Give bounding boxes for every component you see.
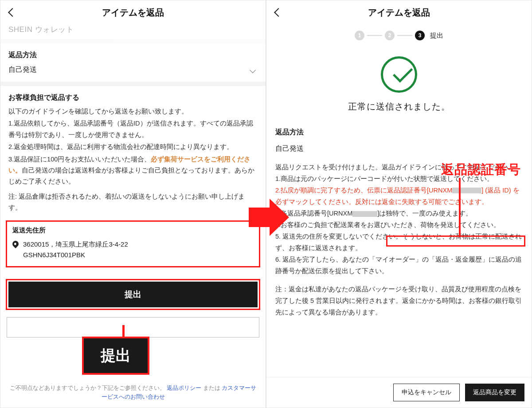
chevron-down-icon bbox=[250, 67, 256, 73]
conf-2a: 2.払戻が順調に完了するため、 bbox=[275, 187, 367, 194]
success-block: 正常に送信されました。 bbox=[266, 47, 532, 117]
guideline-note: 注: 返品倉庫は拒否されるため、着払いの返送をしないようにお願い申し上げます。 bbox=[8, 191, 258, 214]
step-2-dot: 2 bbox=[385, 31, 395, 40]
right-screen: アイテムを返品 1 2 3 提出 正常に送信されました。 返品方法 自己発送 返… bbox=[266, 0, 532, 408]
guideline-1: 1.返品依頼してから、返品承認番号（返品ID）が送信されます。すべての返品承認番… bbox=[8, 118, 258, 141]
annotation-pointer-line bbox=[459, 178, 461, 237]
return-method-label: 返品方法 bbox=[8, 51, 258, 60]
footer-text: ご不明点などありますでしょうか？下記をご参照ください。 bbox=[10, 385, 165, 391]
submit-zoom-callout: 提出 bbox=[82, 337, 149, 375]
masked-auth-number-2 bbox=[352, 211, 377, 217]
step-3-label: 提出 bbox=[430, 31, 443, 40]
conf-3: 3.各返品承認番号[URNXM]は独特で、一度のみ使えます。 bbox=[275, 208, 523, 219]
conf-6: 6. 返品を完了したら、あなたの「マイオーダー」の「返品・返金履歴」に返品の追跡… bbox=[275, 254, 523, 277]
page-title: アイテムを返品 bbox=[0, 7, 266, 19]
return-address-lines: 3620015，埼玉県上尾市緑丘3-4-22 GSHN6J34T001PBK bbox=[23, 239, 128, 260]
return-method-value: 自己発送 bbox=[8, 65, 37, 75]
footer-mid: または bbox=[201, 385, 222, 391]
return-address-heading: 返送先住所 bbox=[12, 226, 254, 235]
guideline-3c: 自己発送の場合は返送料金がお客様よりご自己負担となっております。あらかじめご了承… bbox=[8, 167, 254, 185]
guideline-2: 2.返金処理時間は、返品に利用する物流会社の配達時間により異なります。 bbox=[8, 141, 258, 153]
confirmation-body: 返品方法 自己発送 返品リクエストを受け付けました。返品ガイドラインに従ってご対… bbox=[266, 117, 532, 322]
progress-stepper: 1 2 3 提出 bbox=[266, 24, 532, 47]
step-1-dot: 1 bbox=[355, 31, 364, 40]
action-bar: 申込をキャンセル 返品商品を変更 bbox=[266, 377, 532, 408]
annotation-auth-number-label: 返品認証番号 bbox=[441, 161, 521, 179]
submit-button[interactable]: 提出 bbox=[8, 282, 258, 307]
self-return-heading: お客様負担で返品する bbox=[8, 93, 258, 102]
return-address-box: 返送先住所 3620015，埼玉県上尾市緑丘3-4-22 GSHN6J34T00… bbox=[6, 220, 260, 267]
annotation-connector bbox=[122, 325, 125, 337]
cancel-request-button[interactable]: 申込をキャンセル bbox=[393, 384, 460, 401]
page-title: アイテムを返品 bbox=[266, 7, 532, 19]
step-line bbox=[367, 35, 382, 36]
success-message: 正常に送信されました。 bbox=[266, 101, 532, 113]
conf-4: 4.お客様のご負担で配送業者をお選びいただき、荷物を発送してください。 bbox=[275, 219, 523, 231]
footer-help: ご不明点などありますでしょうか？下記をご参照ください。 返品ポリシー または カ… bbox=[0, 380, 266, 408]
guideline-3: 3.返品保証に100円をお支払いいただいた場合、必ず集荷サービスをご利用ください… bbox=[8, 154, 258, 188]
header: アイテムを返品 bbox=[266, 0, 532, 24]
secondary-button[interactable] bbox=[7, 317, 259, 337]
address-line-1: 3620015，埼玉県上尾市緑丘3-4-22 bbox=[23, 239, 128, 249]
conf-2b: 伝票に返品認証番号[URNXM bbox=[367, 187, 452, 194]
left-screen: アイテムを返品 SHEIN ウォレット 返品方法 自己発送 お客様負担で返品する… bbox=[0, 0, 266, 408]
conf-5: 5. 返送先の住所を変更しないでください。そうしないと、お荷物は正常に配送されず… bbox=[275, 231, 523, 254]
conf-3b: ]は独特で、一度のみ使えます。 bbox=[377, 210, 472, 217]
address-line-2: GSHN6J34T001PBK bbox=[23, 250, 128, 260]
intro-line: 以下のガイドラインを確認してから返送をお願い致します。 bbox=[8, 106, 258, 117]
return-method-label: 返品方法 bbox=[275, 126, 523, 139]
step-3-dot: 3 bbox=[415, 31, 425, 40]
change-items-button[interactable]: 返品商品を変更 bbox=[465, 384, 524, 401]
return-method-value: 自己発送 bbox=[275, 142, 523, 155]
step-line bbox=[397, 35, 412, 36]
header: アイテムを返品 bbox=[0, 0, 266, 24]
return-method-select[interactable]: 自己発送 bbox=[0, 63, 266, 86]
conf-note: 注：返金は私達があなたの返品パッケージを受け取り、品質及び使用程度の点検を完了し… bbox=[275, 283, 523, 318]
guidelines-text: 以下のガイドラインを確認してから返送をお願い致します。 1.返品依頼してから、返… bbox=[8, 106, 258, 213]
wallet-row: SHEIN ウォレット bbox=[0, 24, 266, 43]
conf-2: 2.払戻が順調に完了するため、伝票に返品認証番号[URNXM] (返品 ID) … bbox=[275, 184, 523, 208]
location-pin-icon bbox=[11, 239, 20, 248]
guideline-3a: 3.返品保証に100円をお支払いいただいた場合、 bbox=[8, 156, 151, 163]
return-policy-link[interactable]: 返品ポリシー bbox=[167, 385, 201, 391]
success-check-icon bbox=[381, 56, 417, 93]
submit-highlight-box: 提出 bbox=[6, 279, 260, 310]
masked-auth-number bbox=[452, 188, 481, 193]
